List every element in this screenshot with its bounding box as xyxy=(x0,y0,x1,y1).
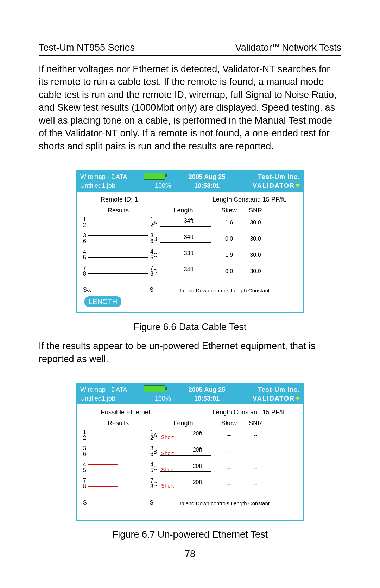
wire-pair-row: 4455C33ft1.930.0 xyxy=(83,249,297,261)
snr-cell: 30.0 xyxy=(245,236,266,242)
snr-cell: 30.0 xyxy=(245,252,266,258)
device-header: Wiremap - DATA 2005 Aug 25 Test-Um Inc. … xyxy=(77,171,303,192)
wiremap-pair-short: 3366 xyxy=(83,445,153,458)
wire-pair-row: 3366BShort20ft---- xyxy=(83,445,297,458)
header-right-post: Network Tests xyxy=(279,42,341,53)
time-label-2: 10:53:01 xyxy=(182,395,232,402)
wire-pair-row: 7788DShort20ft---- xyxy=(83,478,297,490)
wire-pair-row: 3366B34ft0.030.0 xyxy=(83,233,297,245)
length-cell: B34ft xyxy=(153,233,213,245)
paragraph-1: If neither voltages nor Ethernet is dete… xyxy=(39,63,341,153)
wiremap-pair: 3366 xyxy=(83,233,153,245)
brand-sub-label-2: VALIDATOR xyxy=(232,395,300,402)
header-right: ValidatorTM Network Tests xyxy=(235,42,341,53)
battery-pct-2: 100% xyxy=(144,395,182,402)
date-label: 2005 Aug 25 xyxy=(182,173,232,181)
col-results-2: Results xyxy=(83,420,153,427)
length-cell: BShort20ft xyxy=(153,445,213,458)
time-label: 10:53:01 xyxy=(182,182,232,190)
device-body: Remote ID: 1 Length Constant: 15 PF/ft. … xyxy=(77,192,303,312)
col-snr-2: SNR xyxy=(245,420,266,427)
page-header: Test-Um NT955 Series ValidatorTM Network… xyxy=(39,42,341,56)
header-left: Test-Um NT955 Series xyxy=(39,42,135,53)
length-cell: A34ft xyxy=(153,216,213,229)
wiremap-pair-short: 4455 xyxy=(83,462,153,474)
skew-cell: -- xyxy=(213,465,245,471)
brand-label: Test-Um Inc. xyxy=(232,173,300,181)
length-button[interactable]: LENGTH xyxy=(84,296,121,307)
length-cell: CShort20ft xyxy=(153,462,213,474)
job-label: Untitled1.job xyxy=(80,182,144,190)
wiremap-pair-short: 7788 xyxy=(83,478,153,490)
remote-id: Remote ID: 1 xyxy=(101,196,138,203)
job-label-2: Untitled1.job xyxy=(80,395,144,402)
wire-pair-row: 4455CShort20ft---- xyxy=(83,462,297,474)
possible-ethernet: Possible Ethernet xyxy=(101,409,150,416)
snr-cell: 30.0 xyxy=(245,268,266,274)
dropdown-icon xyxy=(296,397,300,401)
paragraph-2: If the results appear to be un-powered E… xyxy=(39,340,341,365)
col-length-2: Length xyxy=(153,420,213,427)
header-right-pre: Validator xyxy=(235,42,272,53)
length-cell: AShort20ft xyxy=(153,429,213,442)
col-skew-2: Skew xyxy=(213,420,245,427)
length-cell: D34ft xyxy=(153,265,213,278)
col-length: Length xyxy=(153,207,213,214)
shield-right: S xyxy=(150,287,153,293)
shield-left-2: S xyxy=(83,500,87,506)
screen-title: Wiremap - DATA xyxy=(80,173,144,181)
screen-title-2: Wiremap - DATA xyxy=(80,386,144,394)
skew-cell: 0.0 xyxy=(213,236,245,242)
wire-pair-row: 1122A34ft1.630.0 xyxy=(83,216,297,229)
snr-cell: -- xyxy=(245,481,266,487)
skew-cell: 0.0 xyxy=(213,268,245,274)
col-results: Results xyxy=(83,207,153,214)
shield-left: S-X xyxy=(83,287,91,293)
dropdown-icon xyxy=(296,184,300,188)
snr-cell: -- xyxy=(245,448,266,455)
trademark-icon: TM xyxy=(272,43,279,48)
device-header-2: Wiremap - DATA 2005 Aug 25 Test-Um Inc. … xyxy=(77,384,303,404)
wiremap-pair-short: 1122 xyxy=(83,429,153,442)
skew-cell: 1.6 xyxy=(213,219,245,226)
device-body-2: Possible Ethernet Length Constant: 15 PF… xyxy=(77,404,303,520)
skew-cell: -- xyxy=(213,481,245,487)
wire-pair-row: 7788D34ft0.030.0 xyxy=(83,265,297,278)
brand-sub-label: VALIDATOR xyxy=(232,182,300,190)
snr-cell: -- xyxy=(245,432,266,439)
figure-unpowered-ethernet: Wiremap - DATA 2005 Aug 25 Test-Um Inc. … xyxy=(76,383,304,521)
figure-data-cable-test: Wiremap - DATA 2005 Aug 25 Test-Um Inc. … xyxy=(76,170,304,313)
figure1-caption: Figure 6.6 Data Cable Test xyxy=(39,322,341,333)
wire-pair-row: 1122AShort20ft---- xyxy=(83,429,297,442)
date-label-2: 2005 Aug 25 xyxy=(182,386,232,394)
page-number: 78 xyxy=(39,549,341,559)
skew-cell: -- xyxy=(213,432,245,439)
col-skew: Skew xyxy=(213,207,245,214)
col-snr: SNR xyxy=(245,207,266,214)
brand-label-2: Test-Um Inc. xyxy=(232,386,300,394)
battery-pct: 100% xyxy=(144,182,182,190)
figure2-caption: Figure 6.7 Un-powered Ethernet Test xyxy=(39,529,341,540)
wiremap-pair: 4455 xyxy=(83,249,153,261)
battery-icon xyxy=(144,173,165,180)
snr-cell: 30.0 xyxy=(245,219,266,226)
wiremap-pair: 7788 xyxy=(83,265,153,278)
length-constant-2: Length Constant: 15 PF/ft. xyxy=(213,409,286,416)
snr-cell: -- xyxy=(245,465,266,471)
skew-cell: 1.9 xyxy=(213,252,245,258)
manual-page: Test-Um NT955 Series ValidatorTM Network… xyxy=(0,0,380,588)
length-constant: Length Constant: 15 PF/ft. xyxy=(213,196,286,203)
skew-cell: -- xyxy=(213,448,245,455)
battery-icon xyxy=(144,385,165,392)
length-cell: C33ft xyxy=(153,249,213,261)
length-cell: DShort20ft xyxy=(153,478,213,490)
shield-right-2: S xyxy=(150,500,153,506)
wiremap-pair: 1122 xyxy=(83,216,153,229)
